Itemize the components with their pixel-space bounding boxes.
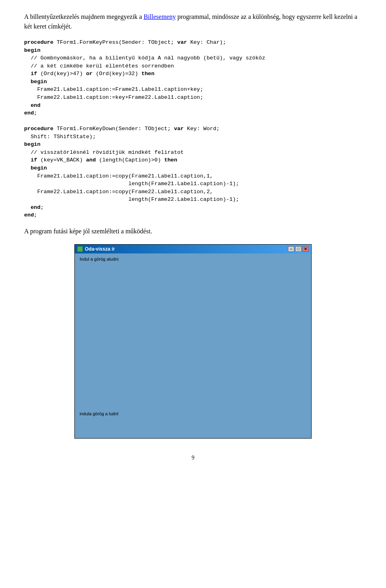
billesemeny-link[interactable]: Billesemeny bbox=[144, 13, 176, 20]
intro-text-before: A billentyűzetkezelés majdnem megegyezik… bbox=[24, 13, 144, 20]
app-title: Oda-vissza ír bbox=[85, 246, 115, 252]
app-body: Indul a görög aludni indula görög a ludn… bbox=[75, 253, 311, 438]
label-bottom: indula görög a ludnI bbox=[80, 411, 119, 416]
restore-button[interactable]: □ bbox=[295, 246, 302, 252]
page-number: 9 bbox=[24, 455, 362, 461]
minimize-button[interactable]: − bbox=[288, 246, 294, 252]
close-button[interactable]: ✕ bbox=[302, 246, 309, 252]
intro-paragraph: A billentyűzetkezelés majdnem megegyezik… bbox=[24, 12, 362, 31]
label-top: Indul a görög aludni bbox=[80, 257, 119, 261]
app-titlebar: Oda-vissza ír − □ ✕ bbox=[75, 245, 311, 253]
titlebar-buttons[interactable]: − □ ✕ bbox=[288, 246, 309, 252]
app-screenshot: Oda-vissza ír − □ ✕ Indul a görög aludni… bbox=[74, 244, 312, 439]
app-icon bbox=[77, 246, 83, 252]
titlebar-left: Oda-vissza ír bbox=[77, 246, 115, 252]
code-block: procedure TForm1.FormKeyPress(Sender: TO… bbox=[24, 39, 362, 219]
conclusion-paragraph: A program futási képe jól szemlélteti a … bbox=[24, 227, 362, 236]
